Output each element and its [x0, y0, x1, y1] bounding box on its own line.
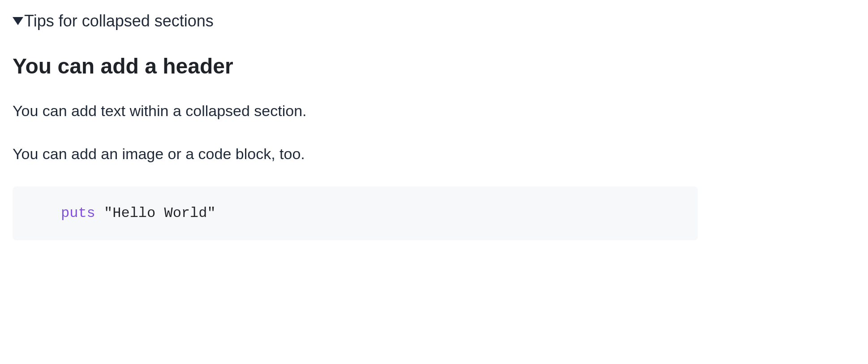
- code-keyword: puts: [61, 205, 95, 221]
- section-header: You can add a header: [13, 53, 855, 79]
- code-block: puts "Hello World": [13, 186, 698, 240]
- details-summary[interactable]: Tips for collapsed sections: [13, 11, 855, 32]
- summary-label: Tips for collapsed sections: [24, 11, 214, 32]
- code-string: "Hello World": [104, 205, 216, 221]
- paragraph-text: You can add text within a collapsed sect…: [13, 100, 855, 122]
- triangle-down-icon: [13, 17, 23, 25]
- paragraph-text: You can add an image or a code block, to…: [13, 143, 855, 165]
